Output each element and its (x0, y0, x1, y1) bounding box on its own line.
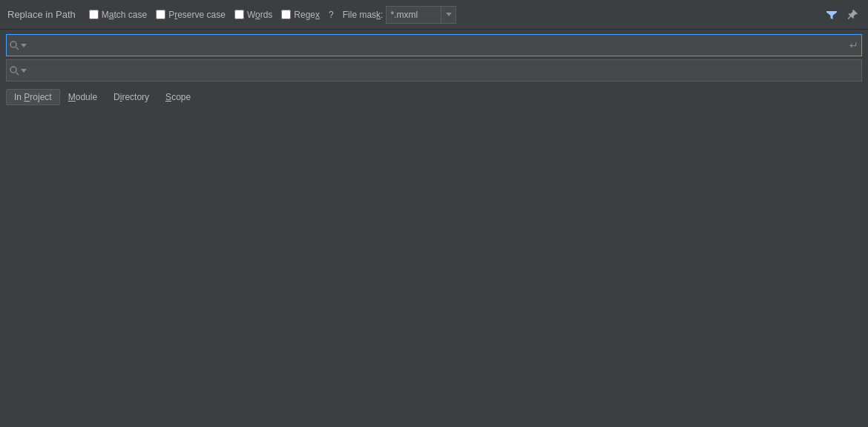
preserve-case-checkbox-label[interactable]: Preserve case (156, 10, 226, 20)
search-icon (10, 41, 19, 50)
regex-checkbox-label[interactable]: Regex (281, 10, 320, 20)
search-input-row: ↵ (6, 34, 862, 56)
tab-directory[interactable]: Directory (105, 89, 157, 105)
file-mask-input[interactable] (386, 6, 441, 24)
toolbar-actions (823, 7, 861, 23)
replace-input[interactable] (30, 65, 858, 76)
search-dropdown-arrow (21, 44, 27, 47)
chevron-down-icon (446, 13, 452, 16)
replace-dropdown-arrow (21, 69, 27, 73)
regex-checkbox[interactable] (281, 10, 291, 19)
match-case-checkbox[interactable] (89, 10, 99, 19)
file-mask-dropdown-button[interactable] (441, 6, 456, 24)
preserve-case-label: Preserve case (168, 10, 226, 20)
tab-scope[interactable]: Scope (157, 89, 199, 105)
match-case-label: Match case (102, 10, 147, 20)
words-checkbox[interactable] (234, 10, 244, 19)
svg-line-3 (16, 72, 19, 75)
file-mask-input-wrapper (386, 6, 456, 24)
replace-search-icon (10, 66, 19, 76)
search-area: ↵ (0, 30, 868, 85)
toolbar: Replace in Path Match case Preserve case… (0, 0, 868, 30)
replace-input-row (6, 59, 862, 82)
regex-help-icon[interactable]: ? (329, 10, 334, 20)
words-checkbox-label[interactable]: Words (234, 10, 272, 20)
replace-dropdown-trigger[interactable] (10, 66, 30, 76)
scope-tabs: In Project Module Directory Scope (0, 85, 868, 110)
panel-title: Replace in Path (7, 9, 76, 20)
preserve-case-checkbox[interactable] (156, 10, 165, 19)
svg-point-2 (10, 67, 16, 73)
tab-in-project[interactable]: In Project (6, 89, 60, 105)
match-case-checkbox-label[interactable]: Match case (89, 10, 147, 20)
file-mask-container: File mask: (343, 6, 457, 24)
filter-icon (826, 9, 838, 21)
enter-icon[interactable]: ↵ (849, 39, 858, 51)
search-input[interactable] (30, 40, 849, 51)
filter-button[interactable] (823, 7, 840, 23)
pin-icon (846, 9, 858, 21)
search-dropdown-trigger[interactable] (10, 41, 30, 50)
svg-line-1 (16, 47, 19, 50)
pin-button[interactable] (844, 7, 861, 23)
words-label: Words (247, 10, 272, 20)
tab-module[interactable]: Module (60, 89, 105, 105)
file-mask-label: File mask: (343, 10, 384, 20)
svg-point-0 (10, 42, 16, 47)
regex-label: Regex (294, 10, 320, 20)
